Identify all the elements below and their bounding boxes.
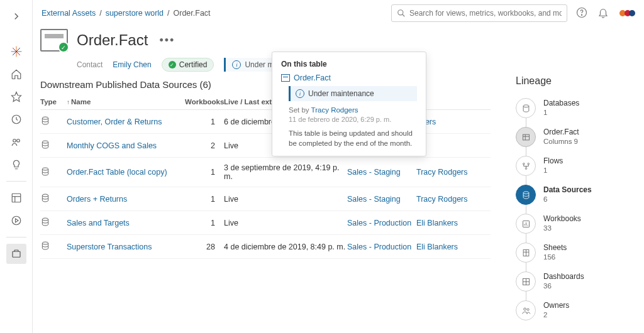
- row-workbooks: 1: [185, 195, 224, 204]
- popover-heading: On this table: [281, 60, 417, 68]
- svg-point-26: [42, 242, 48, 244]
- lineage-dot-icon: [516, 214, 536, 234]
- lineage-count: 1: [543, 108, 579, 117]
- table-row: Sales and Targets1LiveSales - Production…: [40, 211, 491, 235]
- breadcrumb-external-assets[interactable]: External Assets: [42, 9, 96, 18]
- nav-external-assets[interactable]: [6, 244, 26, 264]
- svg-point-17: [581, 14, 582, 15]
- contact-link[interactable]: Emily Chen: [113, 60, 151, 69]
- nav-home[interactable]: [6, 64, 26, 84]
- lineage-item-sheets[interactable]: Sheets156: [516, 240, 644, 265]
- row-name-link[interactable]: Order.Fact Table (local copy): [67, 168, 167, 177]
- search-input[interactable]: [409, 9, 562, 18]
- maintenance-popover: On this table Order.Fact i Under mainten…: [272, 52, 426, 156]
- lineage-dot-icon: [516, 185, 536, 205]
- row-name-link[interactable]: Orders + Returns: [67, 195, 127, 204]
- search-box[interactable]: [391, 4, 567, 22]
- svg-point-21: [42, 117, 48, 119]
- datasource-icon: [40, 116, 50, 126]
- row-project-link[interactable]: Sales - Production: [347, 243, 411, 251]
- row-workbooks: 1: [185, 219, 224, 227]
- row-workbooks: 1: [185, 168, 224, 177]
- certified-badge: ✓ Certified: [162, 58, 214, 72]
- row-name-link[interactable]: Customer, Order & Returns: [67, 117, 162, 126]
- svg-point-6: [13, 139, 16, 143]
- row-name-link[interactable]: Superstore Transactions: [67, 243, 152, 251]
- lineage-item-datasources[interactable]: Data Sources6: [516, 182, 644, 207]
- popover-setby-link[interactable]: Tracy Rodgers: [311, 106, 358, 114]
- svg-point-23: [42, 168, 48, 170]
- lineage-label: Sheets: [543, 243, 567, 253]
- more-actions-button[interactable]: •••: [157, 34, 177, 47]
- lineage-item-databases[interactable]: Databases1: [516, 96, 644, 121]
- section-title: Downstream Published Data Sources (6): [40, 79, 211, 90]
- nav-explore[interactable]: [6, 188, 26, 208]
- row-owner-link[interactable]: Tracy Rodgers: [416, 168, 468, 177]
- row-owner-link[interactable]: Eli Blankers: [416, 219, 458, 227]
- lineage-label: Databases: [543, 99, 579, 109]
- row-workbooks: 1: [185, 117, 224, 126]
- table-small-icon: [281, 74, 290, 82]
- row-owner-link[interactable]: Eli Blankers: [416, 243, 458, 251]
- row-workbooks: 28: [185, 243, 224, 251]
- nav-external-icon[interactable]: [6, 210, 26, 231]
- popover-timestamp: 11 de febrero de 2020, 6:29 p. m.: [289, 116, 417, 123]
- datasource-icon: [40, 166, 50, 177]
- svg-point-22: [42, 141, 48, 143]
- tableau-logo-icon[interactable]: [6, 41, 26, 62]
- table-row: Order.Fact Table (local copy)13 de septi…: [40, 158, 491, 187]
- breadcrumb-project[interactable]: superstore world: [106, 9, 164, 18]
- nav-favorites[interactable]: [6, 87, 26, 107]
- info-icon: i: [296, 89, 304, 98]
- lineage-count: 156: [543, 253, 567, 262]
- popover-table-link[interactable]: Order.Fact: [294, 74, 331, 82]
- lineage-count: 2: [543, 310, 569, 320]
- row-name-link[interactable]: Monthly COGS and Sales: [67, 141, 157, 150]
- svg-rect-13: [13, 251, 20, 257]
- svg-point-7: [16, 139, 19, 143]
- datasource-icon: [40, 241, 50, 251]
- lineage-count: 36: [543, 281, 584, 291]
- row-project-link[interactable]: Sales - Production: [347, 219, 411, 227]
- notifications-icon[interactable]: [597, 7, 609, 20]
- svg-point-32: [528, 163, 530, 165]
- check-icon: ✓: [169, 61, 176, 68]
- row-owner-link[interactable]: Tracy Rodgers: [416, 195, 468, 204]
- row-project-link[interactable]: Sales - Staging: [347, 168, 401, 177]
- row-live: 3 de septiembre de 2019, 4:19 p. m.: [224, 163, 347, 181]
- popover-description: This table is being updated and should b…: [289, 128, 417, 148]
- user-avatar[interactable]: [619, 8, 635, 19]
- nav-recommendations[interactable]: [6, 155, 26, 175]
- lineage-count: 1: [543, 166, 563, 175]
- svg-marker-4: [11, 92, 21, 102]
- lineage-item-workbooks[interactable]: Workbooks33: [516, 211, 644, 236]
- table-icon: ✓: [40, 29, 68, 52]
- lineage-item-dashboards[interactable]: Dashboards36: [516, 269, 644, 294]
- popover-setby: Set by Tracy Rodgers: [289, 106, 417, 114]
- svg-point-24: [42, 194, 48, 197]
- help-icon[interactable]: [576, 7, 587, 20]
- svg-point-45: [523, 308, 526, 310]
- lineage-dot-icon: [516, 127, 536, 147]
- page-title: Order.Fact: [77, 31, 148, 49]
- nav-shared[interactable]: [6, 132, 26, 152]
- th-name[interactable]: ↑Name: [67, 98, 185, 106]
- svg-point-34: [523, 191, 529, 194]
- lineage-item-orderfact[interactable]: Order.FactColumns 9: [516, 124, 644, 150]
- svg-rect-28: [523, 134, 529, 140]
- table-row: Superstore Transactions284 de diciembre …: [40, 235, 491, 259]
- nav-recents[interactable]: [6, 109, 26, 129]
- lineage-item-owners[interactable]: Owners2: [516, 298, 644, 323]
- row-project-link[interactable]: Sales - Staging: [347, 195, 401, 204]
- datasource-icon: [40, 139, 50, 150]
- th-workbooks[interactable]: Workbooks: [185, 98, 224, 106]
- nav-collapse[interactable]: [6, 6, 26, 26]
- lineage-dot-icon: [516, 300, 536, 320]
- lineage-item-flows[interactable]: Flows1: [516, 153, 644, 178]
- svg-point-46: [527, 308, 529, 310]
- row-name-link[interactable]: Sales and Targets: [67, 219, 130, 227]
- th-type[interactable]: Type: [40, 98, 67, 106]
- row-live: 4 de diciembre de 2019, 8:49 p. m.: [224, 243, 347, 251]
- lineage-panel: Lineage Databases1Order.FactColumns 9Flo…: [511, 75, 644, 327]
- lineage-dot-icon: [516, 156, 536, 176]
